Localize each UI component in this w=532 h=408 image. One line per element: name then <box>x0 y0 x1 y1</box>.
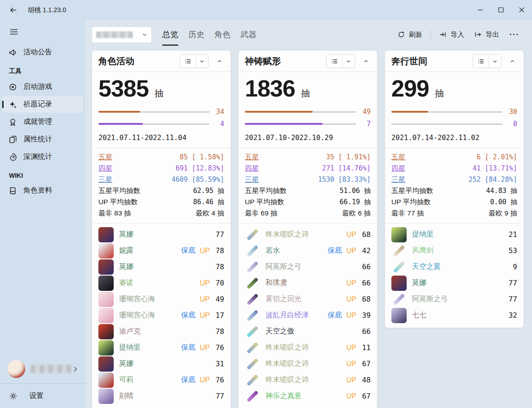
rarity-filter-link[interactable]: 三星 <box>245 175 259 184</box>
item-thumbnail <box>245 324 260 339</box>
collapse-card-button[interactable] <box>213 54 226 68</box>
more-button[interactable]: ··· <box>504 27 525 42</box>
pull-count: 76 <box>214 376 224 384</box>
pull-count: 78 <box>214 327 224 336</box>
tab-weapons[interactable]: 武器 <box>235 20 262 49</box>
rarity-filter-link[interactable]: 三星 <box>98 175 112 184</box>
gacha-item-row: 莫娜 保底 UP 77 <box>97 227 226 243</box>
rarity-stat-row: 五星 6[ 2.01%] <box>391 152 517 163</box>
average-stat-row: UP 平均抽数 66.19 抽 <box>245 197 371 208</box>
rarity-filter-link[interactable]: 四星 <box>245 164 259 173</box>
average-stat-row: 五星平均抽数 62.95 抽 <box>98 185 224 197</box>
stat-label: 五星平均抽数 <box>245 186 287 196</box>
item-name: 终末嗟叹之诗 <box>266 230 309 239</box>
average-stat-row: 五星平均抽数 51.06 抽 <box>245 185 371 197</box>
item-name: 莫娜 <box>119 359 133 369</box>
item-thumbnail <box>98 340 114 355</box>
pull-count: 17 <box>214 311 224 320</box>
item-name: 莫娜 <box>412 278 426 288</box>
total-pulls-unit: 抽 <box>435 88 444 100</box>
collapse-card-button[interactable] <box>505 54 519 68</box>
export-button[interactable]: 导出 <box>469 27 504 42</box>
app-window: 胡桃 1.1.23.0 活动公告 <box>0 0 532 408</box>
back-button[interactable] <box>5 3 21 17</box>
sidebar-item-achievements[interactable]: 成就管理 <box>2 114 83 130</box>
pity-count: 0 <box>506 120 517 128</box>
sidebar-item-label: 活动公告 <box>23 48 52 57</box>
pity-badge: 保底 <box>328 311 342 320</box>
gacha-item-row: 莫娜 保底 UP 31 <box>97 356 226 372</box>
pity-count: 4 <box>213 120 224 128</box>
maximize-button[interactable] <box>491 0 511 20</box>
item-name: 雾切之回光 <box>266 294 301 304</box>
rarity-filter-link[interactable]: 三星 <box>391 175 405 184</box>
item-thumbnail <box>98 276 114 291</box>
stat-value: 66.19 抽 <box>340 198 371 206</box>
sidebar-item-announcements[interactable]: 活动公告 <box>2 44 83 61</box>
rarity-count: 41 <box>473 164 481 172</box>
minimize-button[interactable] <box>470 0 491 20</box>
cards-row: 角色活动 5385 <box>85 49 532 408</box>
stat-value: 0.00 抽 <box>490 198 517 206</box>
date-range: 2021.07.14-2022.11.02 <box>391 134 517 142</box>
luckiest-value: 最欧 6 抽 <box>342 209 371 218</box>
sidebar-item-wish-records[interactable]: 祈愿记录 <box>2 96 83 113</box>
weapon-icon <box>247 325 259 338</box>
luckiest-value: 最欧 4 抽 <box>195 209 224 218</box>
item-thumbnail <box>391 259 407 275</box>
tab-overview[interactable]: 总览 <box>157 20 183 49</box>
item-thumbnail <box>391 243 407 259</box>
import-icon <box>439 31 447 38</box>
import-label: 导入 <box>451 31 464 39</box>
rarity-stat-row: 五星 35[ 1.91%] <box>245 152 371 163</box>
rarity-filter-link[interactable]: 五星 <box>245 153 259 162</box>
pity-badge: 保底 <box>181 375 195 385</box>
list-mode-split-button[interactable] <box>180 54 208 68</box>
average-stat-row: UP 平均抽数 86.46 抽 <box>98 197 224 208</box>
pity-progress-bars: 34 4 <box>98 108 224 128</box>
collapse-card-button[interactable] <box>359 54 372 68</box>
hamburger-icon <box>10 29 18 35</box>
list-mode-split-button[interactable] <box>326 54 355 68</box>
sidebar-item-character-wiki[interactable]: 角色资料 <box>2 182 83 199</box>
sidebar-item-settings[interactable]: 设置 <box>0 384 85 408</box>
refresh-icon <box>398 31 405 38</box>
extremes-row: 最非 77 抽 最欧 9 抽 <box>391 208 517 219</box>
import-button[interactable]: 导入 <box>434 27 469 42</box>
tab-history[interactable]: 历史 <box>183 20 209 49</box>
rarity-filter-link[interactable]: 五星 <box>98 153 112 162</box>
chevron-right-icon <box>72 366 78 372</box>
rarity-percent: [83.33%] <box>338 175 371 184</box>
pity-badge: 保底 <box>181 343 195 352</box>
view-tabs: 总览 历史 角色 武器 <box>157 20 262 49</box>
rarity-filter-link[interactable]: 四星 <box>391 164 405 173</box>
gacha-item-row: 终末嗟叹之诗 保底 UP 67 <box>243 356 372 372</box>
weapon-icon <box>247 374 259 386</box>
item-name: 提纳里 <box>412 230 434 239</box>
item-thumbnail <box>245 356 260 372</box>
user-account-row[interactable] <box>0 355 85 383</box>
item-name: 珊瑚宫心海 <box>119 294 155 304</box>
gacha-item-row: 波乱月白经津 保底 UP 39 <box>243 307 372 324</box>
sidebar-item-abyss-stats[interactable]: 深渊统计 <box>2 149 83 165</box>
rarity-filter-link[interactable]: 五星 <box>391 153 405 162</box>
sidebar-item-attribute-stats[interactable]: 属性统计 <box>2 131 83 148</box>
rarity-filter-link[interactable]: 四星 <box>98 164 112 173</box>
chevron-down-icon <box>489 55 501 68</box>
refresh-button[interactable]: 刷新 <box>393 27 427 42</box>
list-mode-split-button[interactable] <box>473 54 501 68</box>
item-thumbnail <box>98 227 114 242</box>
tab-characters[interactable]: 角色 <box>209 20 235 49</box>
pity-progress-bars: 49 7 <box>245 108 371 128</box>
uid-masked <box>96 31 133 38</box>
up-badge: UP <box>200 247 210 255</box>
item-name: 终末嗟叹之诗 <box>266 375 309 385</box>
uid-selector[interactable] <box>92 26 152 43</box>
close-button[interactable] <box>511 0 532 20</box>
item-name: 神乐之真意 <box>266 391 301 401</box>
up-badge: UP <box>346 247 356 255</box>
total-pulls-value: 299 <box>391 75 429 102</box>
menu-toggle-button[interactable] <box>5 24 22 39</box>
sidebar-item-launch-game[interactable]: 启动游戏 <box>2 79 83 95</box>
unluckiest-value: 最非 83 抽 <box>98 209 131 218</box>
